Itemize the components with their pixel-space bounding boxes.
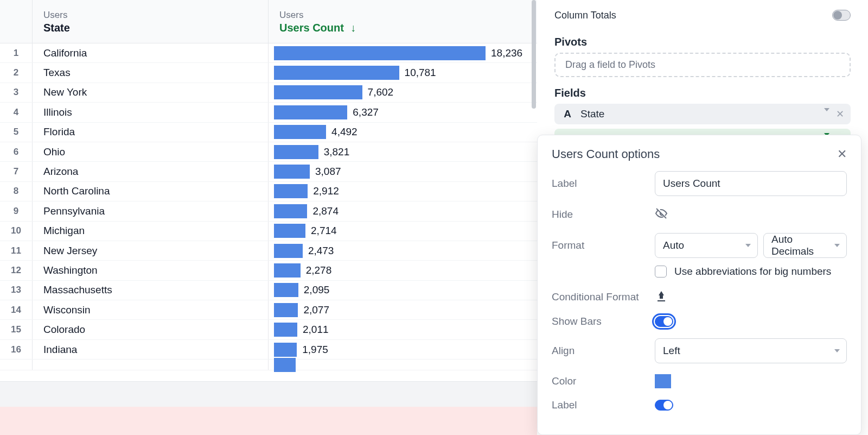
abbreviations-checkbox[interactable] <box>655 266 667 278</box>
table-row[interactable] <box>0 360 537 370</box>
table-row[interactable]: 15Colorado2,011 <box>0 320 537 339</box>
users-count-value: 3,821 <box>324 146 350 158</box>
pivots-dropzone[interactable]: Drag a field to Pivots <box>554 53 851 77</box>
table-row[interactable]: 2Texas10,781 <box>0 63 537 83</box>
users-count-value: 6,327 <box>353 106 379 118</box>
options-panel-title: Users Count options <box>552 147 660 161</box>
format-select[interactable]: Auto <box>655 233 758 258</box>
state-cell: Washington <box>33 261 269 280</box>
color-row-label: Color <box>552 375 644 387</box>
users-count-cell: 18,236 <box>269 43 537 62</box>
users-count-cell: 6,327 <box>269 103 537 122</box>
conditional-format-row-label: Conditional Format <box>552 291 644 303</box>
chevron-down-icon <box>834 244 840 247</box>
conditional-format-icon[interactable] <box>655 289 668 305</box>
show-bars-row-label: Show Bars <box>552 316 644 327</box>
row-index: 16 <box>0 340 33 359</box>
chevron-down-icon <box>745 244 751 247</box>
data-bar <box>274 204 307 218</box>
row-index: 3 <box>0 83 33 102</box>
users-count-value: 3,087 <box>315 166 341 178</box>
table-row[interactable]: 6Ohio3,821 <box>0 142 537 162</box>
column-title-1: State <box>43 22 257 34</box>
users-count-cell: 2,874 <box>269 201 537 220</box>
close-icon[interactable]: ✕ <box>837 147 847 161</box>
table-row[interactable]: 10Michigan2,714 <box>0 222 537 241</box>
field-menu-caret-icon[interactable] <box>824 108 829 111</box>
data-bar <box>274 244 303 258</box>
data-bar <box>274 165 310 179</box>
users-count-value: 2,077 <box>303 304 329 316</box>
text-field-icon: A <box>562 108 573 120</box>
data-bar <box>274 224 305 238</box>
field-pill-state[interactable]: A State ✕ <box>554 104 851 124</box>
data-label-toggle[interactable] <box>655 400 673 411</box>
table-scrollbar[interactable] <box>531 0 537 382</box>
align-select[interactable]: Left <box>655 338 847 363</box>
row-index: 13 <box>0 281 33 300</box>
table-row[interactable]: 5Florida4,492 <box>0 123 537 142</box>
state-cell: California <box>33 43 269 62</box>
sort-desc-icon[interactable]: ↓ <box>350 22 356 34</box>
row-index: 8 <box>0 182 33 201</box>
data-bar <box>274 323 297 337</box>
bar-color-swatch[interactable] <box>655 374 671 388</box>
data-bar <box>274 125 326 139</box>
show-bars-toggle[interactable] <box>655 316 673 327</box>
remove-field-icon[interactable]: ✕ <box>836 108 844 120</box>
row-index: 7 <box>0 162 33 181</box>
users-count-cell <box>269 360 537 370</box>
users-count-value: 18,236 <box>491 47 522 59</box>
users-count-value: 10,781 <box>405 67 436 79</box>
table-row[interactable]: 9Pennsylvania2,874 <box>0 201 537 221</box>
data-bar <box>274 343 297 357</box>
state-cell: Indiana <box>33 340 269 359</box>
column-title-2: Users Count <box>279 22 344 34</box>
table-row[interactable]: 3New York7,602 <box>0 83 537 103</box>
users-count-value: 2,011 <box>303 324 329 336</box>
row-index: 2 <box>0 63 33 82</box>
field-label-input[interactable] <box>655 171 847 196</box>
data-bar <box>274 303 298 317</box>
row-index: 15 <box>0 320 33 339</box>
table-row[interactable]: 16Indiana1,975 <box>0 340 537 360</box>
table-row[interactable]: 4Illinois6,327 <box>0 103 537 122</box>
state-cell: New York <box>33 83 269 102</box>
table-row[interactable]: 12Washington2,278 <box>0 261 537 280</box>
row-index: 9 <box>0 201 33 220</box>
chevron-down-icon <box>834 349 840 352</box>
data-bar <box>274 263 301 278</box>
data-bar <box>274 184 308 198</box>
table-row[interactable]: 7Arizona3,087 <box>0 162 537 181</box>
row-index: 4 <box>0 103 33 122</box>
table-row[interactable]: 8North Carolina2,912 <box>0 182 537 201</box>
users-count-value: 2,095 <box>304 284 330 296</box>
column-header-users-count[interactable]: Users Users Count ↓ <box>269 0 537 43</box>
table-row[interactable]: 11New Jersey2,473 <box>0 241 537 261</box>
table-footer-spacer <box>0 382 537 407</box>
users-count-cell: 3,087 <box>269 162 537 181</box>
table-row[interactable]: 1California18,236 <box>0 43 537 63</box>
column-totals-toggle[interactable] <box>832 10 851 21</box>
users-count-options-panel: Users Count options ✕ Label Hide Format <box>537 135 861 435</box>
data-bar <box>274 46 486 60</box>
decimals-select[interactable]: Auto Decimals <box>763 233 847 258</box>
data-bar <box>274 85 362 99</box>
row-index <box>0 360 33 370</box>
users-count-value: 2,874 <box>312 205 339 217</box>
data-bar <box>274 105 347 119</box>
row-index: 10 <box>0 222 33 241</box>
users-count-cell: 10,781 <box>269 63 537 82</box>
users-count-value: 4,492 <box>331 126 358 138</box>
column-header-state[interactable]: Users State <box>33 0 269 43</box>
table-row[interactable]: 13Massachusetts2,095 <box>0 281 537 300</box>
table-row[interactable]: 14Wisconsin2,077 <box>0 300 537 320</box>
align-row-label: Align <box>552 345 644 357</box>
row-index: 11 <box>0 241 33 260</box>
users-count-cell: 2,077 <box>269 300 537 319</box>
fields-heading: Fields <box>554 87 851 99</box>
state-cell: Wisconsin <box>33 300 269 319</box>
users-count-cell: 7,602 <box>269 83 537 102</box>
hide-eye-off-icon[interactable] <box>655 207 668 222</box>
users-count-value: 2,473 <box>308 245 334 257</box>
